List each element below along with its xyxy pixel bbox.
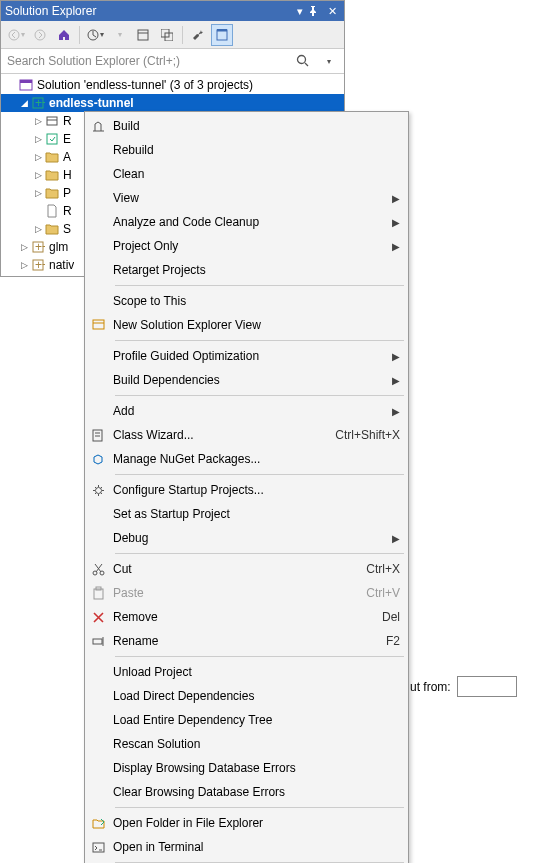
menu-item[interactable]: Profile Guided Optimization▶ bbox=[87, 344, 406, 368]
menu-item[interactable]: Debug▶ bbox=[87, 526, 406, 550]
menu-shortcut: Ctrl+Shift+X bbox=[335, 428, 400, 442]
menu-item[interactable]: Configure Startup Projects... bbox=[87, 478, 406, 502]
menu-item[interactable]: CutCtrl+X bbox=[87, 557, 406, 581]
gear-icon bbox=[91, 483, 113, 498]
forward-button[interactable] bbox=[29, 24, 51, 46]
svg-point-7 bbox=[298, 56, 306, 64]
pin-icon[interactable] bbox=[308, 6, 324, 16]
tree-item-label: P bbox=[63, 186, 71, 200]
menu-item[interactable]: Rescan Solution bbox=[87, 732, 406, 756]
tree-row[interactable]: ◢++endless-tunnel bbox=[1, 94, 344, 112]
menu-item[interactable]: View▶ bbox=[87, 186, 406, 210]
menu-item[interactable]: Open Folder in File Explorer bbox=[87, 811, 406, 835]
menu-item[interactable]: Clear Browsing Database Errors bbox=[87, 780, 406, 804]
menu-item-label: Rebuild bbox=[113, 143, 400, 157]
menu-item-label: View bbox=[113, 191, 388, 205]
panel-title: Solution Explorer bbox=[5, 4, 292, 18]
expander-icon[interactable]: ▷ bbox=[33, 134, 43, 144]
back-button[interactable]: ▾ bbox=[5, 24, 27, 46]
search-icon[interactable] bbox=[296, 54, 318, 68]
menu-item[interactable]: RenameF2 bbox=[87, 629, 406, 653]
preview-button[interactable] bbox=[211, 24, 233, 46]
home-button[interactable] bbox=[53, 24, 75, 46]
svg-rect-13 bbox=[47, 134, 57, 144]
submenu-arrow-icon: ▶ bbox=[388, 241, 400, 252]
context-menu[interactable]: BuildRebuildCleanView▶Analyze and Code C… bbox=[84, 111, 409, 863]
tree-item-icon bbox=[45, 150, 61, 164]
menu-item[interactable]: Load Direct Dependencies bbox=[87, 684, 406, 708]
expander-icon[interactable]: ▷ bbox=[33, 188, 43, 198]
fragment-input[interactable] bbox=[457, 676, 517, 697]
menu-separator bbox=[115, 656, 404, 657]
paste-icon bbox=[91, 586, 113, 601]
tree-item-icon bbox=[45, 204, 61, 218]
svg-rect-18 bbox=[93, 320, 104, 329]
svg-text:++: ++ bbox=[35, 96, 45, 110]
pending-changes-button[interactable]: ▾ bbox=[108, 24, 130, 46]
expander-icon[interactable]: ▷ bbox=[33, 224, 43, 234]
menu-item-label: Debug bbox=[113, 531, 388, 545]
show-all-button[interactable] bbox=[156, 24, 178, 46]
menu-item[interactable]: Retarget Projects bbox=[87, 258, 406, 282]
svg-rect-26 bbox=[93, 843, 104, 852]
menu-shortcut: Ctrl+V bbox=[366, 586, 400, 600]
menu-item[interactable]: Set as Startup Project bbox=[87, 502, 406, 526]
menu-item[interactable]: RemoveDel bbox=[87, 605, 406, 629]
panel-menu-dropdown-icon[interactable]: ▾ bbox=[292, 5, 308, 18]
tree-item-icon bbox=[45, 186, 61, 200]
expander-icon[interactable]: ▷ bbox=[19, 260, 29, 270]
panel-header: Solution Explorer ▾ ✕ bbox=[1, 1, 344, 21]
svg-rect-9 bbox=[20, 80, 32, 83]
tree-item-label: glm bbox=[49, 240, 68, 254]
menu-item[interactable]: Project Only▶ bbox=[87, 234, 406, 258]
menu-item[interactable]: Add▶ bbox=[87, 399, 406, 423]
menu-item-label: Unload Project bbox=[113, 665, 400, 679]
tree-item-icon bbox=[45, 168, 61, 182]
sync-button[interactable] bbox=[132, 24, 154, 46]
menu-item-label: Clear Browsing Database Errors bbox=[113, 785, 400, 799]
tree-item-label: S bbox=[63, 222, 71, 236]
menu-item[interactable]: Rebuild bbox=[87, 138, 406, 162]
menu-item[interactable]: Unload Project bbox=[87, 660, 406, 684]
menu-item[interactable]: Class Wizard...Ctrl+Shift+X bbox=[87, 423, 406, 447]
expander-icon[interactable]: ▷ bbox=[33, 170, 43, 180]
menu-item[interactable]: Display Browsing Database Errors bbox=[87, 756, 406, 780]
svg-rect-12 bbox=[47, 117, 57, 125]
svg-point-1 bbox=[35, 30, 45, 40]
menu-item-label: New Solution Explorer View bbox=[113, 318, 400, 332]
search-dropdown-icon[interactable]: ▾ bbox=[318, 57, 340, 66]
menu-item[interactable]: Build bbox=[87, 114, 406, 138]
svg-rect-3 bbox=[138, 30, 148, 40]
menu-item[interactable]: Analyze and Code Cleanup▶ bbox=[87, 210, 406, 234]
menu-item-label: Open in Terminal bbox=[113, 840, 400, 854]
menu-item[interactable]: Open in Terminal bbox=[87, 835, 406, 859]
expander-icon[interactable]: ▷ bbox=[19, 242, 29, 252]
menu-item[interactable]: Manage NuGet Packages... bbox=[87, 447, 406, 471]
menu-item[interactable]: New Solution Explorer View bbox=[87, 313, 406, 337]
menu-item-label: Manage NuGet Packages... bbox=[113, 452, 400, 466]
menu-item[interactable]: Build Dependencies▶ bbox=[87, 368, 406, 392]
properties-button[interactable] bbox=[187, 24, 209, 46]
menu-item[interactable]: Scope to This bbox=[87, 289, 406, 313]
nuget-icon bbox=[91, 452, 113, 467]
expander-icon[interactable]: ◢ bbox=[19, 98, 29, 108]
submenu-arrow-icon: ▶ bbox=[388, 375, 400, 386]
close-icon[interactable]: ✕ bbox=[324, 5, 340, 18]
menu-separator bbox=[115, 474, 404, 475]
toolbar-separator bbox=[79, 26, 80, 44]
folder-icon bbox=[91, 816, 113, 831]
menu-item[interactable]: Clean bbox=[87, 162, 406, 186]
search-input[interactable] bbox=[5, 51, 296, 71]
cut-icon bbox=[91, 562, 113, 577]
tree-item-label: R bbox=[63, 204, 72, 218]
expander-icon[interactable]: ▷ bbox=[33, 116, 43, 126]
solution-row[interactable]: Solution 'endless-tunnel' (3 of 3 projec… bbox=[1, 76, 344, 94]
switch-views-button[interactable]: ▾ bbox=[84, 24, 106, 46]
menu-shortcut: Del bbox=[382, 610, 400, 624]
terminal-icon bbox=[91, 840, 113, 855]
solution-icon bbox=[19, 78, 35, 92]
menu-separator bbox=[115, 340, 404, 341]
menu-item[interactable]: Load Entire Dependency Tree bbox=[87, 708, 406, 732]
expander-icon[interactable]: ▷ bbox=[33, 152, 43, 162]
tree-item-icon bbox=[45, 114, 61, 128]
